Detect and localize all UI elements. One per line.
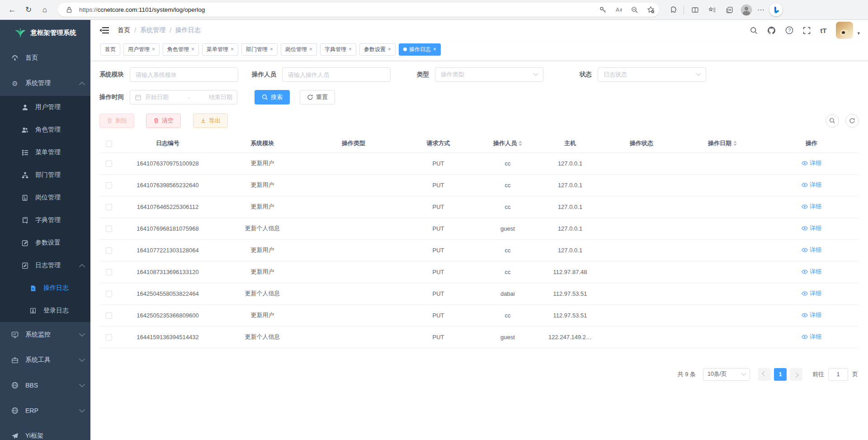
sidebar-item-system[interactable]: ⚙ 系统管理 bbox=[0, 71, 90, 96]
search-button[interactable]: 搜索 bbox=[255, 90, 290, 104]
collapse-sidebar-icon[interactable] bbox=[99, 26, 109, 35]
page-size-select[interactable]: 10条/页 bbox=[703, 368, 750, 381]
detail-link[interactable]: 详细 bbox=[802, 333, 821, 341]
detail-link[interactable]: 详细 bbox=[802, 181, 821, 189]
detail-link[interactable]: 详细 bbox=[802, 311, 821, 319]
gear-icon: ⚙ bbox=[10, 80, 20, 87]
zoom-out-icon[interactable] bbox=[629, 4, 641, 16]
detail-link[interactable]: 详细 bbox=[802, 268, 821, 276]
help-icon[interactable]: ? bbox=[785, 26, 793, 34]
font-size-icon[interactable]: tT bbox=[820, 27, 826, 34]
collections-icon[interactable] bbox=[723, 4, 736, 16]
sidebar-item-param[interactable]: 参数设置 bbox=[0, 232, 90, 254]
sidebar-item-yi[interactable]: Yi框架 bbox=[0, 423, 90, 440]
copilot-bing-icon[interactable] bbox=[769, 3, 783, 16]
row-checkbox[interactable] bbox=[106, 226, 112, 232]
export-button[interactable]: 导出 bbox=[193, 114, 228, 128]
tab-param[interactable]: 参数设置× bbox=[359, 43, 396, 56]
tab-home[interactable]: 首页 bbox=[100, 43, 120, 56]
refresh-table-icon[interactable] bbox=[845, 114, 859, 128]
tab-post[interactable]: 岗位管理× bbox=[281, 43, 317, 56]
sidebar-item-user[interactable]: 用户管理 bbox=[0, 96, 90, 118]
sidebar-item-role[interactable]: 角色管理 bbox=[0, 118, 90, 141]
breadcrumb-home[interactable]: 首页 bbox=[118, 26, 130, 34]
sidebar-item-tools[interactable]: 系统工具 bbox=[0, 347, 90, 373]
row-checkbox[interactable] bbox=[106, 182, 112, 189]
close-icon[interactable]: × bbox=[309, 46, 312, 52]
row-checkbox[interactable] bbox=[106, 161, 112, 167]
tab-dict[interactable]: 字典管理× bbox=[320, 43, 356, 56]
sidebar-item-loginlog[interactable]: 登录日志 bbox=[0, 299, 90, 322]
prev-page-button[interactable] bbox=[758, 368, 771, 381]
detail-link[interactable]: 详细 bbox=[802, 159, 821, 167]
browser-settings-more-icon[interactable]: ⋯ bbox=[757, 5, 765, 14]
browser-back-button[interactable]: ← bbox=[5, 3, 19, 17]
clear-button[interactable]: 清空 bbox=[146, 114, 181, 128]
sidebar-item-post[interactable]: 岗位管理 bbox=[0, 186, 90, 209]
favorites-bar-icon[interactable] bbox=[706, 4, 718, 16]
favorite-star-icon[interactable] bbox=[645, 4, 656, 16]
sidebar-item-operlog[interactable]: 操作日志 bbox=[0, 277, 90, 299]
row-checkbox[interactable] bbox=[106, 312, 112, 319]
sidebar-item-home[interactable]: 首页 bbox=[0, 45, 90, 71]
browser-profile-avatar[interactable] bbox=[740, 4, 753, 16]
read-aloud-icon[interactable]: A bbox=[613, 4, 625, 16]
status-select[interactable]: 日志状态 bbox=[598, 67, 706, 82]
select-all-checkbox[interactable] bbox=[106, 141, 112, 147]
sidebar-item-erp[interactable]: ERP bbox=[0, 398, 90, 423]
user-avatar[interactable] bbox=[836, 22, 853, 39]
sidebar-item-bbs[interactable]: BBS bbox=[0, 373, 90, 398]
close-icon[interactable]: × bbox=[152, 46, 155, 52]
detail-link[interactable]: 详细 bbox=[802, 224, 821, 232]
password-key-icon[interactable] bbox=[597, 4, 609, 16]
page-jump-input[interactable] bbox=[828, 368, 848, 381]
close-icon[interactable]: × bbox=[433, 46, 436, 52]
show-search-icon[interactable] bbox=[826, 114, 839, 128]
tab-operlog-active[interactable]: 操作日志× bbox=[399, 43, 441, 56]
github-icon[interactable] bbox=[767, 26, 776, 35]
browser-home-button[interactable]: ⌂ bbox=[38, 3, 52, 17]
tab-user[interactable]: 用户管理× bbox=[123, 43, 160, 56]
sort-icon[interactable] bbox=[733, 141, 737, 146]
col-operator[interactable]: 操作人员 bbox=[477, 134, 538, 152]
sidebar-item-menu[interactable]: 菜单管理 bbox=[0, 141, 90, 164]
search-icon[interactable] bbox=[750, 27, 758, 34]
detail-link[interactable]: 详细 bbox=[802, 246, 821, 254]
sidebar-item-monitor[interactable]: 系统监控 bbox=[0, 322, 90, 347]
detail-link[interactable]: 详细 bbox=[802, 289, 821, 298]
address-bar[interactable]: https://ccnetcore.com:1101/system/log/op… bbox=[58, 3, 659, 17]
browser-refresh-button[interactable]: ↻ bbox=[22, 3, 35, 17]
tab-dept[interactable]: 部门管理× bbox=[241, 43, 278, 56]
row-checkbox[interactable] bbox=[106, 204, 112, 210]
sidebar-item-log[interactable]: 日志管理 bbox=[0, 254, 90, 277]
delete-button[interactable]: 删除 bbox=[99, 114, 134, 128]
close-icon[interactable]: × bbox=[191, 46, 194, 52]
col-date[interactable]: 操作日期 bbox=[681, 134, 764, 152]
close-icon[interactable]: × bbox=[270, 46, 273, 52]
next-page-button[interactable] bbox=[790, 368, 802, 381]
split-screen-icon[interactable] bbox=[689, 4, 701, 16]
row-checkbox[interactable] bbox=[106, 291, 112, 297]
page-number-1[interactable]: 1 bbox=[774, 368, 787, 381]
tab-menu[interactable]: 菜单管理× bbox=[202, 43, 238, 56]
module-input[interactable] bbox=[130, 67, 238, 82]
avatar-caret-down-icon[interactable]: ▾ bbox=[857, 25, 860, 36]
date-range-picker[interactable]: 开始日期 - 结束日期 bbox=[130, 90, 237, 104]
detail-link[interactable]: 详细 bbox=[802, 203, 821, 211]
type-select[interactable]: 操作类型 bbox=[435, 67, 543, 82]
reset-button[interactable]: 重置 bbox=[300, 90, 335, 104]
sort-icon[interactable] bbox=[519, 141, 522, 146]
operator-input[interactable] bbox=[282, 67, 391, 82]
fullscreen-icon[interactable] bbox=[803, 27, 811, 34]
row-checkbox[interactable] bbox=[106, 334, 112, 341]
extensions-icon[interactable] bbox=[666, 4, 679, 16]
close-icon[interactable]: × bbox=[349, 46, 352, 52]
app-logo[interactable]: 意框架管理系统 bbox=[0, 20, 90, 45]
row-checkbox[interactable] bbox=[106, 269, 112, 275]
sidebar-item-dict[interactable]: 字典管理 bbox=[0, 209, 90, 232]
close-icon[interactable]: × bbox=[388, 46, 391, 52]
close-icon[interactable]: × bbox=[231, 46, 234, 52]
tab-role[interactable]: 角色管理× bbox=[163, 43, 199, 56]
row-checkbox[interactable] bbox=[106, 247, 112, 254]
sidebar-item-dept[interactable]: 部门管理 bbox=[0, 164, 90, 186]
